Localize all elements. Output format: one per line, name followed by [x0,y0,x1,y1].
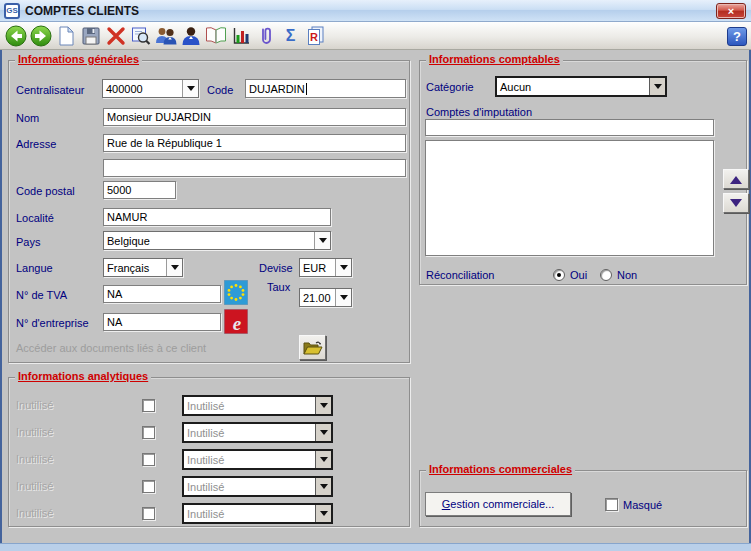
chevron-down-icon[interactable] [315,397,331,414]
attachments-button[interactable] [253,24,278,48]
comptes-imputation-input[interactable] [425,119,714,136]
documents-link-label: Accéder aux documents liés à ce client [16,342,206,354]
analytic-row-combo[interactable]: Inutilisé [182,422,333,443]
enterprise-lookup-button[interactable]: e [224,309,248,338]
close-button[interactable]: × [716,3,746,19]
eu-vat-check-button[interactable] [224,280,248,309]
langue-combo[interactable]: Français [103,258,183,277]
centralisateur-combo[interactable]: 400000 [102,79,199,98]
pays-combo[interactable]: Belgique [103,231,331,250]
save-button[interactable] [78,24,103,48]
down-arrow-icon [730,199,742,213]
analytic-row-checkbox[interactable] [142,480,155,493]
chevron-down-icon[interactable] [335,259,351,276]
adresse2-input[interactable] [103,159,406,177]
move-up-button[interactable] [723,169,749,189]
categorie-combo[interactable]: Aucun [495,76,667,97]
reconciliation-oui-label: Oui [570,269,587,281]
open-documents-button[interactable] [299,335,326,360]
chevron-down-icon[interactable] [166,259,182,276]
localite-label: Localité [16,212,54,224]
nom-input[interactable]: Monsieur DUJARDIN [103,108,406,126]
langue-label: Langue [16,262,53,274]
analytic-row-label: Inutilisé [16,426,53,438]
analytic-row-combo[interactable]: Inutilisé [182,503,333,524]
save-icon [80,25,102,47]
help-button[interactable]: ? [727,27,747,46]
entreprise-input[interactable]: NA [103,313,221,331]
adresse-input[interactable]: Rue de la République 1 [103,134,406,152]
svg-text:R: R [310,31,318,43]
reconciliation-non-label: Non [617,269,637,281]
chevron-down-icon[interactable] [649,78,665,95]
search-button[interactable] [128,24,153,48]
adresse-label: Adresse [16,138,56,150]
window-title: COMPTES CLIENTS [25,4,139,18]
title-bar[interactable]: GS COMPTES CLIENTS × [0,0,751,22]
comptes-imputation-listbox[interactable] [425,140,714,256]
code-postal-input[interactable]: 5000 [103,181,176,199]
chevron-down-icon[interactable] [314,232,330,249]
svg-text:e: e [233,313,242,334]
reconciliation-oui-radio[interactable] [553,269,565,281]
pays-label: Pays [16,236,40,248]
nav-back-icon [5,25,27,47]
comptes-imputation-label: Comptes d'imputation [426,106,532,118]
taux-combo[interactable]: 21.00 [299,288,352,307]
group-title: Informations comptables [426,53,563,65]
move-down-button[interactable] [723,193,749,213]
nav-back-button[interactable] [3,24,28,48]
chart-icon [230,25,252,47]
client-card-button[interactable] [178,24,203,48]
chevron-down-icon[interactable] [315,505,331,522]
analytic-row-combo[interactable]: Inutilisé [182,476,333,497]
nav-forward-icon [30,25,52,47]
toolbar: Σ R ? [0,22,751,50]
report-button[interactable]: R [303,24,328,48]
code-label: Code [207,84,233,96]
delete-button[interactable] [103,24,128,48]
group-title: Informations générales [15,53,142,65]
group-informations-commerciales: Informations commerciales Gestion commer… [419,470,747,527]
analytic-row-label: Inutilisé [16,507,53,519]
chevron-down-icon[interactable] [315,478,331,495]
enterprise-e-icon: e [224,309,248,334]
journal-button[interactable] [203,24,228,48]
client-icon [180,25,202,47]
statistics-button[interactable] [228,24,253,48]
analytic-row-label: Inutilisé [16,480,53,492]
content-area: Informations générales Centralisateur 40… [0,50,751,543]
reconciliation-non-radio[interactable] [600,269,612,281]
new-document-icon [55,25,77,47]
code-input[interactable]: DUJARDIN [245,79,406,98]
book-icon [204,25,228,47]
analytic-row-combo[interactable]: Inutilisé [182,449,333,470]
centralisateur-label: Centralisateur [16,84,84,96]
delete-icon [105,25,127,47]
attachment-icon [255,25,277,47]
chevron-down-icon[interactable] [182,80,198,97]
localite-input[interactable]: NAMUR [103,208,331,226]
nom-label: Nom [16,112,39,124]
chevron-down-icon[interactable] [335,289,351,306]
group-informations-generales: Informations générales Centralisateur 40… [8,60,410,363]
nav-forward-button[interactable] [28,24,53,48]
text-caret [306,83,307,95]
analytic-row-checkbox[interactable] [142,453,155,466]
chevron-down-icon[interactable] [315,451,331,468]
tva-input[interactable]: NA [103,285,221,303]
gestion-commerciale-button[interactable]: Gestion commerciale... [425,492,571,516]
devise-combo[interactable]: EUR [299,258,352,277]
analytic-row-checkbox[interactable] [142,426,155,439]
sum-button[interactable]: Σ [278,24,303,48]
new-record-button[interactable] [53,24,78,48]
group-informations-comptables: Informations comptables Catégorie Aucun … [419,60,747,285]
masque-checkbox[interactable] [605,498,618,511]
analytic-row-combo[interactable]: Inutilisé [182,395,333,416]
entreprise-label: N° d'entreprise [16,317,89,329]
analytic-row-checkbox[interactable] [142,399,155,412]
clients-list-button[interactable] [153,24,178,48]
analytic-row-checkbox[interactable] [142,507,155,520]
chevron-down-icon[interactable] [315,424,331,441]
window-comptes-clients: GS COMPTES CLIENTS × [0,0,751,551]
